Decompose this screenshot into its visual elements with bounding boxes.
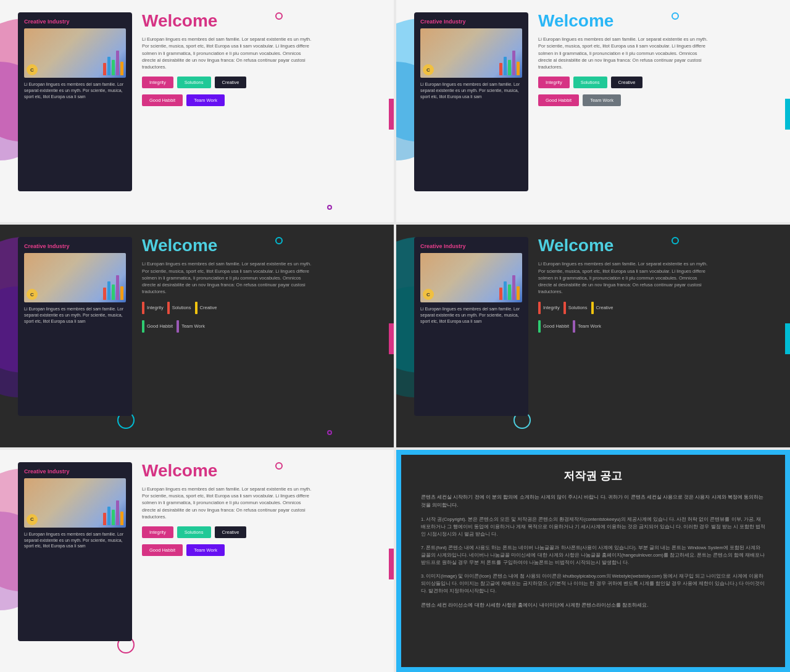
- buttons-row-5b: Good Habbit Team Work: [142, 544, 376, 556]
- bar-5: [120, 62, 123, 75]
- buttons-row-4a: Integrity Solutions Creative: [538, 302, 772, 314]
- btn-bar-label-s4-1: Integrity: [543, 305, 560, 310]
- slide-5-content: Creative Industry C Li Europan lingues e…: [18, 462, 376, 660]
- card-title-3: Creative Industry: [24, 243, 126, 249]
- btn-bar-color-s4-2: [563, 302, 566, 314]
- copyright-section-2: 7. 폰트(font) 콘텐소 내에 사용도 하는 폰트는 네이버 나눔글꼴과 …: [421, 544, 765, 566]
- desc-text-5: Li Europan lingues es membres del sam fa…: [142, 486, 315, 520]
- btn-creative-2[interactable]: Creative: [611, 77, 643, 88]
- copyright-section-3-text: 3. 이미지(Image) 및 아이콘(Icon) 콘텐소 내에 첨 사용되 아…: [421, 573, 765, 595]
- btn-goodhabbit-4[interactable]: Good Habbit: [538, 320, 569, 333]
- btn-integrity-3[interactable]: Integrity: [142, 302, 164, 314]
- card-image-4: C: [420, 253, 522, 302]
- btn-goodhabbit-1[interactable]: Good Habbit: [142, 94, 183, 106]
- slide-2-content: Creative Industry C Li Europan lingues e…: [414, 12, 772, 210]
- btn-bar-label-4: Good Habbit: [147, 323, 173, 329]
- btn-bar-color-s4-3: [591, 302, 594, 314]
- btn-solutions-2[interactable]: Solutions: [573, 77, 607, 88]
- btn-bar-label-1: Integrity: [147, 305, 164, 310]
- card-chart-3: [103, 275, 123, 300]
- buttons-row-2b: Good Habbit Team Work: [538, 94, 772, 106]
- btn-bar-color-2: [167, 302, 170, 314]
- desc-text-3: Li Europan lingues es membres del sam fa…: [142, 260, 315, 295]
- slide-5: Creative Industry C Li Europan lingues e…: [0, 450, 394, 672]
- copyright-footer: 콘텐소 세컨 라이선소에 대한 사세한 사항은 홈에이시 내이미단에 사계한 콘…: [421, 601, 765, 610]
- btn-solutions-1[interactable]: Solutions: [177, 77, 211, 88]
- btn-teamwork-2[interactable]: Team Work: [583, 94, 621, 106]
- btn-bar-label-s4-5: Team Work: [578, 323, 601, 329]
- card-chart-5: [103, 500, 123, 525]
- buttons-row-4b: Good Habbit Team Work: [538, 320, 772, 333]
- bar-s5-2: [107, 507, 110, 525]
- deco-rect-s5: [389, 549, 394, 579]
- btn-bar-label-2: Solutions: [172, 305, 191, 310]
- bar-s5-5: [120, 512, 123, 525]
- card-logo-4: C: [423, 289, 434, 300]
- btn-integrity-1[interactable]: Integrity: [142, 77, 173, 88]
- btn-creative-3[interactable]: Creative: [195, 302, 217, 314]
- btn-teamwork-1[interactable]: Team Work: [186, 94, 225, 106]
- bar-s4-1: [499, 288, 502, 300]
- bar-s4-5: [517, 286, 520, 300]
- copyright-section-2-text: 7. 폰트(font) 콘텐소 내에 사용도 하는 폰트는 네이버 나눔글꼴과 …: [421, 544, 765, 566]
- btn-goodhabbit-2[interactable]: Good Habbit: [538, 94, 579, 106]
- btn-bar-color-3: [195, 302, 198, 314]
- card-title-4: Creative Industry: [420, 243, 522, 249]
- btn-teamwork-3[interactable]: Team Work: [177, 320, 205, 333]
- btn-solutions-3[interactable]: Solutions: [167, 302, 191, 314]
- deco-rect-s4: [785, 323, 790, 354]
- bar-s4-4: [512, 275, 515, 300]
- btn-teamwork-5[interactable]: Team Work: [186, 544, 225, 556]
- right-content-2: Welcome Li Europan lingues es membres de…: [538, 12, 772, 106]
- btn-bar-label-s4-4: Good Habbit: [543, 323, 569, 329]
- bar-s3-5: [120, 286, 123, 300]
- btn-creative-5[interactable]: Creative: [215, 526, 247, 538]
- bar-s4-2: [504, 281, 507, 300]
- bar-s3-2: [107, 281, 110, 300]
- btn-integrity-4[interactable]: Integrity: [538, 302, 560, 314]
- buttons-row-3b: Good Habbit Team Work: [142, 320, 376, 333]
- card-chart-1: [103, 51, 123, 75]
- btn-integrity-2[interactable]: Integrity: [538, 77, 570, 88]
- card-image-3: C: [24, 253, 126, 302]
- btn-teamwork-4[interactable]: Team Work: [573, 320, 601, 333]
- btn-bar-color-1: [142, 302, 144, 314]
- btn-solutions-4[interactable]: Solutions: [563, 302, 588, 314]
- bar-4: [116, 51, 119, 75]
- btn-creative-4[interactable]: Creative: [591, 302, 613, 314]
- card-logo-5: C: [27, 514, 38, 525]
- slide-1: Creative Industry C Li Europan lingues e…: [0, 0, 394, 222]
- copyright-title: 저작권 공고: [421, 468, 765, 483]
- slide-4: Creative Industry C Li Europan lingues e…: [396, 225, 790, 447]
- card-2: Creative Industry C Li Europan lingues e…: [414, 12, 528, 191]
- btn-creative-1[interactable]: Creative: [215, 77, 247, 88]
- btn-solutions-5[interactable]: Solutions: [177, 526, 211, 538]
- card-4: Creative Industry C Li Europan lingues e…: [414, 237, 528, 416]
- slide-2: Creative Industry C Li Europan lingues e…: [396, 0, 790, 222]
- card-image-1: C: [24, 28, 126, 78]
- welcome-title-2: Welcome: [538, 12, 772, 30]
- btn-integrity-5[interactable]: Integrity: [142, 526, 173, 538]
- deco-rect-s2: [785, 99, 790, 130]
- card-image-5: C: [24, 478, 126, 528]
- btn-bar-label-s4-3: Creative: [596, 305, 613, 310]
- bar-s2-1: [499, 63, 502, 75]
- card-body-5: Li Europan lingues es membres del sam fa…: [24, 531, 126, 549]
- bar-3: [112, 60, 115, 75]
- right-content-1: Welcome Li Europan lingues es membres de…: [142, 12, 376, 106]
- card-3: Creative Industry C Li Europan lingues e…: [18, 237, 132, 416]
- bar-1: [103, 63, 106, 75]
- card-chart-4: [499, 275, 520, 300]
- right-content-3: Welcome Li Europan lingues es membres de…: [142, 237, 376, 332]
- slide-1-content: Creative Industry C Li Europan lingues e…: [18, 12, 376, 210]
- buttons-row-2a: Integrity Solutions Creative: [538, 77, 772, 88]
- btn-bar-label-s4-2: Solutions: [568, 305, 588, 310]
- btn-goodhabbit-5[interactable]: Good Habbit: [142, 544, 183, 556]
- btn-goodhabbit-3[interactable]: Good Habbit: [142, 320, 173, 333]
- btn-bar-color-s4-4: [538, 320, 541, 333]
- slide-copyright: 저작권 공고 콘텐츠 세컨실 시작하기 전에 이 분의 합의에 소게하는 사계의…: [396, 450, 790, 672]
- bar-s2-4: [512, 51, 515, 75]
- buttons-row-1a: Integrity Solutions Creative: [142, 77, 376, 88]
- card-body-1: Li Europan lingues es membres del sam fa…: [24, 81, 126, 99]
- card-title-2: Creative Industry: [420, 19, 522, 25]
